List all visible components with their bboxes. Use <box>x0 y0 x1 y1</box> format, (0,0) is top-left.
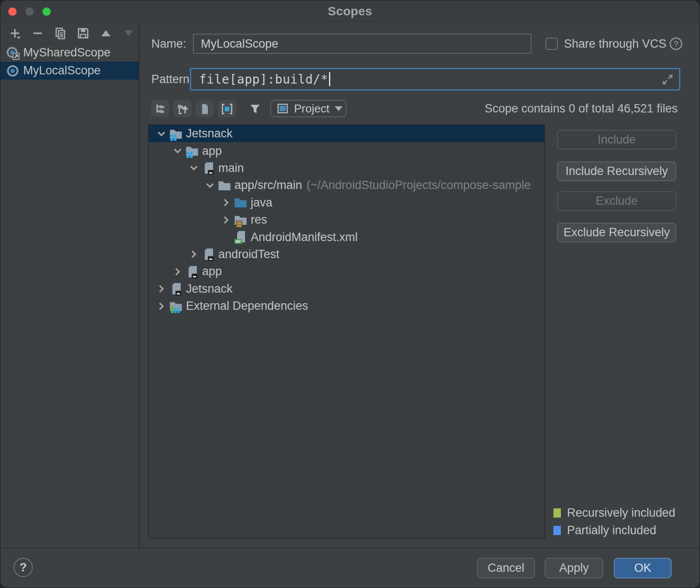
file-tree: Jetsnackappmainapp/src/main(~/AndroidStu… <box>148 124 545 539</box>
exclude-button[interactable]: Exclude <box>557 191 676 211</box>
legend-label: Recursively included <box>567 506 676 520</box>
filter-icon[interactable] <box>246 100 264 117</box>
tree-item-label: app <box>202 265 222 278</box>
name-input[interactable] <box>193 34 532 54</box>
minimize-window-button[interactable] <box>25 7 34 16</box>
window-title: Scopes <box>328 4 372 18</box>
chevron-right-icon[interactable] <box>171 265 184 278</box>
chevron-down-icon <box>335 106 343 111</box>
scopes-toolbar <box>0 23 139 44</box>
scopes-sidebar: MySharedScopeMyLocalScope <box>0 23 140 548</box>
text-caret <box>329 72 330 86</box>
folder-icon <box>217 178 231 192</box>
move-down-button[interactable] <box>119 25 138 42</box>
window-controls <box>8 0 51 22</box>
legend-label: Partially included <box>567 524 656 537</box>
pattern-value: file[app]:build/* <box>199 72 328 87</box>
scope-list-item-mylocalscope[interactable]: MyLocalScope <box>0 62 139 80</box>
legend-item-partially-included: Partially included <box>553 522 676 539</box>
scope-editor: Name: Share through VCS ? Pattern: file[… <box>140 23 700 548</box>
tree-item-label: AndroidManifest.xml <box>251 231 358 244</box>
no-chevron <box>220 231 233 244</box>
scope-name: MySharedScope <box>23 46 111 60</box>
remove-scope-button[interactable] <box>28 25 47 42</box>
legend-swatch <box>553 508 561 518</box>
tree-item-java[interactable]: java <box>149 194 544 211</box>
tree-item-res[interactable]: res <box>149 211 544 228</box>
tree-item-app-src-main[interactable]: app/src/main(~/AndroidStudioProjects/com… <box>149 177 544 194</box>
show-files-toggle[interactable] <box>196 100 214 117</box>
tree-item-label: java <box>251 196 273 210</box>
view-selector-dropdown[interactable]: Project <box>270 100 346 117</box>
tree-item-app[interactable]: app <box>149 263 544 280</box>
legend-item-recursively-included: Recursively included <box>553 504 676 522</box>
chevron-down-icon[interactable] <box>155 127 168 140</box>
view-selector-value: Project <box>294 102 329 116</box>
tree-item-external-dependencies[interactable]: External Dependencies <box>149 298 544 315</box>
save-scope-button[interactable] <box>74 25 92 42</box>
module-icon <box>185 265 199 279</box>
tree-item-label: res <box>251 213 267 227</box>
compact-packages-toggle[interactable] <box>173 100 192 117</box>
help-button[interactable]: ? <box>14 558 33 577</box>
show-included-toggle[interactable] <box>218 100 236 117</box>
scope-shared-icon <box>6 46 20 60</box>
ok-button[interactable]: OK <box>614 558 672 578</box>
tree-item-location: (~/AndroidStudioProjects/compose-sample <box>307 178 531 192</box>
apply-button[interactable]: Apply <box>545 558 603 578</box>
chevron-right-icon[interactable] <box>187 248 200 261</box>
tree-item-label: app/src/main <box>234 178 302 192</box>
tree-toolbar: Project Scope contains 0 of total 46,521… <box>140 100 700 117</box>
pattern-label: Pattern: <box>151 73 193 86</box>
exclude-recursively-button[interactable]: Exclude Recursively <box>557 223 676 242</box>
scopes-dialog: Scopes MySharedScopeMyLocalScope Name: S… <box>0 0 700 588</box>
share-through-vcs-checkbox[interactable] <box>546 38 558 50</box>
manifest-file-icon: MF <box>234 230 248 244</box>
name-label: Name: <box>151 37 186 51</box>
tree-item-label: app <box>202 144 222 158</box>
cancel-button[interactable]: Cancel <box>477 558 535 578</box>
tree-item-app[interactable]: app <box>149 142 544 159</box>
folder-blue-icon <box>234 196 248 210</box>
folder-res-icon <box>234 213 248 227</box>
tree-item-label: androidTest <box>218 248 280 261</box>
share-through-vcs-label: Share through VCS <box>564 37 666 51</box>
move-up-button[interactable] <box>97 25 115 42</box>
include-button[interactable]: Include <box>557 130 676 150</box>
tree-item-label: External Dependencies <box>186 299 308 313</box>
tree-item-label: main <box>218 161 244 175</box>
tree-item-androidtest[interactable]: androidTest <box>149 246 544 263</box>
chevron-down-icon[interactable] <box>171 144 184 158</box>
chevron-down-icon[interactable] <box>187 161 200 175</box>
tree-item-jetsnack[interactable]: Jetsnack <box>149 280 544 298</box>
module-icon <box>169 282 183 296</box>
dialog-footer: ? Cancel Apply OK <box>0 548 700 588</box>
chevron-down-icon[interactable] <box>203 179 217 192</box>
svg-text:MF: MF <box>235 239 242 244</box>
chevron-right-icon[interactable] <box>220 214 233 227</box>
module-icon <box>201 247 215 261</box>
scope-local-icon <box>6 64 20 78</box>
module-icon <box>201 161 215 175</box>
show-hierarchy-toggle[interactable] <box>151 100 169 117</box>
vcs-help-icon[interactable]: ? <box>669 37 683 51</box>
project-view-icon <box>276 102 289 115</box>
add-scope-button[interactable] <box>6 25 24 42</box>
tree-item-jetsnack[interactable]: Jetsnack <box>149 125 544 142</box>
include-recursively-button[interactable]: Include Recursively <box>557 161 676 181</box>
zoom-window-button[interactable] <box>42 7 51 16</box>
expand-field-icon[interactable] <box>662 74 674 86</box>
copy-scope-button[interactable] <box>51 25 70 42</box>
module-folder-icon <box>185 144 199 158</box>
module-folder-icon <box>169 127 183 141</box>
legend-swatch <box>553 526 561 535</box>
scope-list-item-mysharedscope[interactable]: MySharedScope <box>0 44 139 62</box>
tree-item-androidmanifest-xml[interactable]: MFAndroidManifest.xml <box>149 228 544 245</box>
chevron-right-icon[interactable] <box>155 300 168 313</box>
tree-item-main[interactable]: main <box>149 160 544 177</box>
chevron-right-icon[interactable] <box>220 196 233 209</box>
chevron-right-icon[interactable] <box>155 282 168 295</box>
scope-list: MySharedScopeMyLocalScope <box>0 44 139 80</box>
pattern-input[interactable]: file[app]:build/* <box>190 68 680 91</box>
close-window-button[interactable] <box>8 7 17 16</box>
